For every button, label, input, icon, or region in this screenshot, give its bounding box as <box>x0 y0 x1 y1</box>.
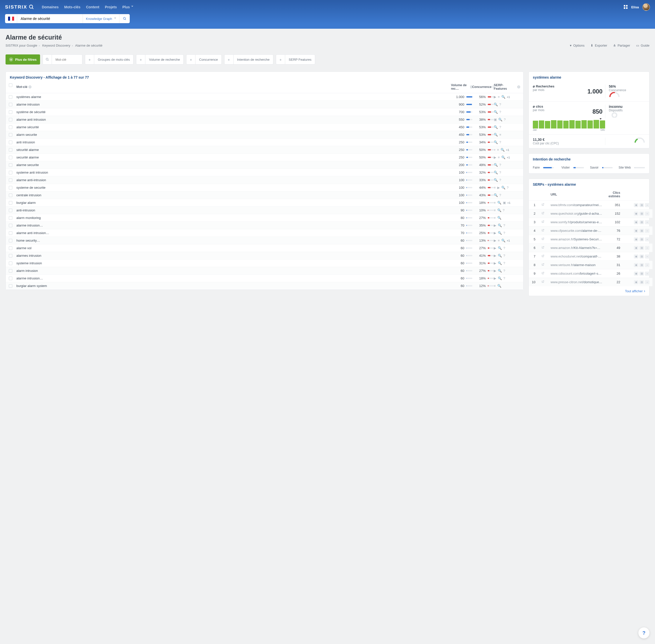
arrow-icon[interactable]: → <box>645 220 650 224</box>
keyword-cell[interactable]: alarm intrusion <box>16 269 451 273</box>
row-checkbox[interactable] <box>9 231 13 235</box>
arrow-icon[interactable]: → <box>645 263 650 267</box>
row-checkbox[interactable] <box>9 118 13 121</box>
eye-icon[interactable]: ◉ <box>634 280 638 284</box>
serp-row[interactable]: 8 www.verisure.fr/alarme-maison 31 ◉▤→ <box>529 261 653 269</box>
keyword-cell[interactable]: systeme de securite <box>16 186 451 189</box>
row-checkbox[interactable] <box>9 110 13 114</box>
keyword-cell[interactable]: alarm monitoring <box>16 216 451 220</box>
table-row[interactable]: systeme de securite 100 44% ≡▶🔍? <box>6 184 523 191</box>
nav-domaines[interactable]: Domaines <box>42 5 59 9</box>
chart-icon[interactable]: ▤ <box>639 229 644 233</box>
url-cell[interactable]: www.echosdunet.net/comparatif-alar… <box>547 252 605 261</box>
help-icon[interactable]: ? <box>28 86 31 88</box>
row-checkbox[interactable] <box>9 133 13 137</box>
table-row[interactable]: alarme intrusion 900 52% 🔍? <box>6 101 523 108</box>
external-link-icon[interactable] <box>541 237 544 240</box>
table-row[interactable]: alarme intrusion… 70 35% ▶🔍? <box>6 222 523 229</box>
row-checkbox[interactable] <box>9 224 13 227</box>
eye-icon[interactable]: ◉ <box>634 246 638 250</box>
table-row[interactable]: alarmes intrusion 60 41% ▶🔍? <box>6 252 523 259</box>
keyword-cell[interactable]: alarme vol <box>16 246 451 250</box>
export-button[interactable]: ⬇Exporter <box>590 44 607 47</box>
keyword-cell[interactable]: systèmes alarme <box>16 95 451 99</box>
arrow-icon[interactable]: → <box>645 229 650 233</box>
row-checkbox[interactable] <box>9 201 13 205</box>
url-cell[interactable]: www.amazon.fr/Systemes-Securite-M… <box>547 235 605 244</box>
more-filters-button[interactable]: +Plus de filtres <box>5 54 40 65</box>
keyword-cell[interactable]: alarme anti intrusion… <box>16 231 451 235</box>
serp-row[interactable]: 1 www.bfmtv.com/comparateur/meilleu… 351… <box>529 201 653 209</box>
arrow-icon[interactable]: → <box>645 237 650 242</box>
url-cell[interactable]: www.verisure.fr/alarme-maison <box>547 261 605 269</box>
external-link-icon[interactable] <box>541 271 544 275</box>
external-link-icon[interactable] <box>541 254 544 258</box>
table-row[interactable]: systeme anti intrusion 100 32% 🔍? <box>6 169 523 176</box>
table-row[interactable]: burglar alarm system 60 12% ≡🔍 <box>6 282 523 290</box>
row-checkbox[interactable] <box>9 171 13 174</box>
row-checkbox[interactable] <box>9 178 13 182</box>
arrow-icon[interactable]: → <box>645 254 650 258</box>
chart-icon[interactable]: ▤ <box>639 272 644 276</box>
keyword-cell[interactable]: anti-intrusion <box>16 208 451 212</box>
row-checkbox[interactable] <box>9 193 13 197</box>
keyword-cell[interactable]: burglar alarm <box>16 201 451 205</box>
eye-icon[interactable]: ◉ <box>634 229 638 233</box>
volume-filter[interactable]: +Volume de recherche <box>136 54 184 65</box>
nav-projets[interactable]: Projets <box>105 5 117 9</box>
table-row[interactable]: sécurité alarme 250 50% ⌖≡🔍+1 <box>6 146 523 154</box>
eye-icon[interactable]: ◉ <box>634 272 638 276</box>
external-link-icon[interactable] <box>541 263 544 266</box>
keyword-cell[interactable]: alarmes intrusion <box>16 254 451 257</box>
row-checkbox[interactable] <box>9 141 13 144</box>
url-cell[interactable]: www.bfmtv.com/comparateur/meilleu… <box>547 201 605 209</box>
serp-row[interactable]: 7 www.echosdunet.net/comparatif-alar… 38… <box>529 252 653 261</box>
serp-row[interactable]: 2 www.quechoisir.org/guide-d-achat-alar…… <box>529 209 653 218</box>
url-cell[interactable]: www.amazon.fr/Kit-Alarme/s?k=Kit+Al… <box>547 244 605 252</box>
table-row[interactable]: burglar alarm 100 18% ≡🔍▣+1 <box>6 199 523 207</box>
external-link-icon[interactable] <box>541 211 544 215</box>
row-checkbox[interactable] <box>9 148 13 152</box>
arrow-icon[interactable]: → <box>645 272 650 276</box>
eye-icon[interactable]: ◉ <box>634 263 638 267</box>
arrow-icon[interactable]: → <box>645 212 650 216</box>
chart-icon[interactable]: ▤ <box>639 220 644 224</box>
table-row[interactable]: centrale intrusion 100 43% 🔍? <box>6 191 523 199</box>
keyword-cell[interactable]: alarme intrusion… <box>16 224 451 227</box>
keyword-cell[interactable]: alarme securite <box>16 163 451 167</box>
table-row[interactable]: systeme intrusion 60 31% ▶🔍? <box>6 259 523 267</box>
apps-icon[interactable] <box>624 5 628 9</box>
keyword-cell[interactable]: alarme anti intrusion <box>16 118 451 121</box>
chart-icon[interactable]: ▤ <box>639 237 644 242</box>
row-checkbox[interactable] <box>9 95 13 99</box>
keyword-cell[interactable]: alarme intrusion… <box>16 276 451 280</box>
nav-mots-cles[interactable]: Mots-clés <box>64 5 80 9</box>
serp-features-filter[interactable]: +SERP Features <box>276 54 315 65</box>
keyword-filter-input[interactable] <box>52 55 82 64</box>
table-row[interactable]: alarme vol 60 27% ▶🔍? <box>6 245 523 252</box>
external-link-icon[interactable] <box>541 280 544 283</box>
row-checkbox[interactable] <box>9 156 13 159</box>
table-row[interactable]: alarme anti-intrusion 100 33% 🔍? <box>6 176 523 184</box>
share-button[interactable]: ⋔Partager <box>613 44 630 47</box>
chart-icon[interactable]: ▤ <box>639 280 644 284</box>
eye-icon[interactable]: ◉ <box>634 237 638 242</box>
url-cell[interactable]: www.quechoisir.org/guide-d-achat-alar… <box>547 209 605 218</box>
external-link-icon[interactable] <box>541 220 544 224</box>
url-cell[interactable]: www.cdiscount.com/bricolage/r-syste… <box>547 269 605 278</box>
serp-row[interactable]: 10 www.presse-citron.net/domotique/alar…… <box>529 278 653 286</box>
intent-filter[interactable]: +Intention de recherche <box>224 54 273 65</box>
row-checkbox[interactable] <box>9 103 13 106</box>
row-checkbox[interactable] <box>9 216 13 220</box>
external-link-icon[interactable] <box>541 203 544 206</box>
row-checkbox[interactable] <box>9 247 13 250</box>
search-button[interactable] <box>119 14 130 23</box>
keyword-cell[interactable]: systeme intrusion <box>16 261 451 265</box>
search-type-dropdown[interactable]: Knowledge Graph <box>83 14 119 23</box>
guide-button[interactable]: ▭Guide <box>636 44 650 47</box>
competition-filter[interactable]: +Concurrence <box>186 54 221 65</box>
arrow-icon[interactable]: → <box>645 246 650 250</box>
keyword-cell[interactable]: burglar alarm system <box>16 284 451 288</box>
table-row[interactable]: alarm monitoring 80 27% ≡🔍 <box>6 214 523 222</box>
row-checkbox[interactable] <box>9 163 13 167</box>
